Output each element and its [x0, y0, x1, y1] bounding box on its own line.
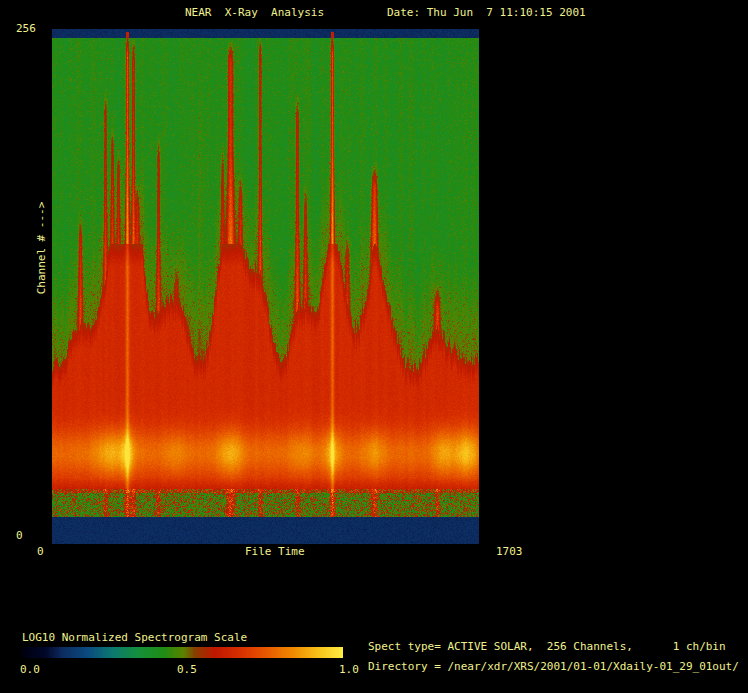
colorbar-tick-mid: 0.5	[177, 663, 197, 676]
page-title: NEAR X-Ray Analysis	[185, 6, 324, 19]
near-xray-analysis-window: NEAR X-Ray Analysis Date: Thu Jun 7 11:1…	[0, 0, 748, 693]
date-label: Date: Thu Jun 7 11:10:15 2001	[387, 6, 586, 19]
colorbar-tick-low: 0.0	[20, 663, 40, 676]
spectrogram-canvas	[52, 29, 479, 544]
directory-line: Directory = /near/xdr/XRS/2001/01-01/Xda…	[368, 660, 739, 673]
spect-type-line: Spect type= ACTIVE SOLAR, 256 Channels, …	[368, 640, 726, 653]
colorbar-title: LOG10 Normalized Spectrogram Scale	[22, 631, 247, 644]
y-axis-max-label: 256	[16, 22, 36, 35]
colorbar-tick-high: 1.0	[339, 663, 359, 676]
x-axis-title: File Time	[245, 545, 305, 558]
y-axis-min-label: 0	[16, 529, 23, 542]
y-axis-title: Channel # --->	[35, 178, 49, 318]
x-axis-max-label: 1703	[496, 545, 523, 558]
x-axis-min-label: 0	[37, 545, 44, 558]
colorbar-gradient	[22, 647, 343, 658]
